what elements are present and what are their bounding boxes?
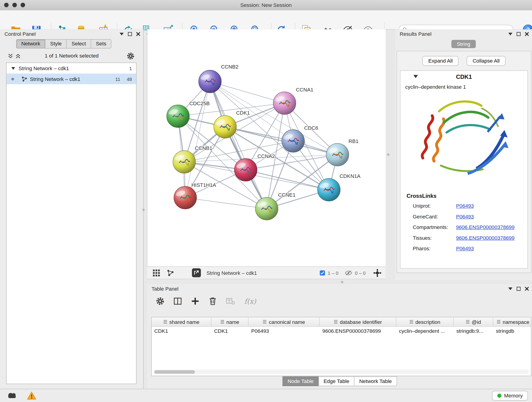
add-column-icon[interactable]	[191, 297, 199, 305]
tab-string[interactable]: String	[451, 40, 476, 48]
gene-card-header[interactable]: CDK1	[400, 71, 528, 83]
column-header[interactable]: @id	[454, 317, 493, 326]
column-header[interactable]: name	[211, 317, 249, 326]
zoom-window-button[interactable]	[21, 3, 25, 7]
panel-maximize-icon[interactable]	[517, 287, 521, 291]
table-settings-gear-icon[interactable]	[156, 297, 164, 305]
table-header-row: shared name name canonical name database…	[152, 317, 531, 327]
column-type-icon	[409, 320, 413, 324]
close-window-button[interactable]	[4, 3, 9, 7]
control-panel-title: Control Panel	[5, 31, 36, 37]
expand-all-icon[interactable]	[16, 54, 20, 58]
hidden-eye-icon[interactable]	[345, 270, 352, 275]
network-canvas[interactable]: CCNB2CCNA1CDC25BCDK1CDC6RB1CCNB1CCNA2CDK…	[147, 29, 386, 267]
tab-select[interactable]: Select	[66, 39, 91, 49]
graph-node-CCNE1[interactable]	[255, 197, 278, 220]
table-horizontal-scrollbar[interactable]	[154, 370, 529, 374]
tab-network[interactable]: Network	[16, 39, 46, 49]
birdseye-view-icon[interactable]	[167, 269, 174, 276]
graph-edge-HIST1H1A-CCNE1[interactable]	[185, 198, 267, 209]
crosslink-link[interactable]: P06493	[456, 214, 474, 220]
graph-edge-CCNB2-HIST1H1A[interactable]	[185, 82, 210, 198]
crosslink-link[interactable]: 9606.ENSP00000378699	[456, 235, 515, 241]
column-header[interactable]: shared name	[152, 317, 211, 326]
graph-node-CDC6[interactable]	[282, 130, 304, 153]
cell-canonical-name[interactable]: P06493	[249, 327, 320, 336]
panel-maximize-icon[interactable]	[517, 32, 521, 36]
table-row[interactable]: CDK1 CDK1 P06493 9606.ENSP00000378699 cy…	[152, 327, 531, 336]
panel-close-icon[interactable]	[525, 287, 529, 291]
warning-icon[interactable]	[27, 391, 36, 400]
crosslink-label: Uniprot:	[413, 203, 431, 209]
tab-sets[interactable]: Sets	[91, 39, 111, 49]
column-header[interactable]: description	[396, 317, 454, 326]
crosslink-link[interactable]: P06493	[456, 245, 474, 251]
column-type-icon	[220, 320, 224, 324]
column-header[interactable]: canonical name	[249, 317, 320, 326]
gear-icon[interactable]	[127, 52, 134, 60]
pan-crosshair-icon[interactable]	[373, 269, 381, 277]
collapse-all-icon[interactable]	[8, 54, 13, 58]
network-collection-row[interactable]: String Network – cdk1 1	[7, 63, 136, 74]
cloud-icon[interactable]	[6, 392, 18, 400]
column-header[interactable]: namespace	[493, 317, 532, 326]
graph-node-CCNB1[interactable]	[173, 151, 196, 173]
network-row-label: String Network – cdk1	[30, 76, 80, 82]
tab-network-table[interactable]: Network Table	[354, 376, 397, 386]
graph-node-CCNB2[interactable]	[199, 70, 221, 93]
column-header[interactable]: database identifier	[320, 317, 396, 326]
network-row[interactable]: String Network – cdk1 11 48	[7, 74, 136, 84]
cell-database-identifier[interactable]: 9606.ENSP00000378699	[320, 327, 396, 336]
graph-node-label: CDC25B	[190, 101, 210, 106]
graph-node-CDC25B[interactable]	[167, 105, 190, 128]
cell-name[interactable]: CDK1	[211, 327, 249, 336]
tab-style[interactable]: Style	[45, 39, 67, 49]
graph-node-CCNA1[interactable]	[273, 92, 296, 115]
delete-column-trash-icon[interactable]	[209, 297, 217, 305]
graph-edge-CCNB2-CCNA1[interactable]	[210, 82, 285, 103]
graph-node-label: CCNE1	[278, 192, 296, 198]
vertical-splitter-handle[interactable]	[387, 153, 389, 156]
string-network-graph[interactable]: CCNB2CCNA1CDC25BCDK1CDC6RB1CCNB1CCNA2CDK…	[147, 29, 386, 267]
horizontal-splitter-handle[interactable]	[341, 281, 343, 283]
vertical-splitter-handle[interactable]	[142, 209, 145, 211]
cell-description[interactable]: cyclin–dependent ...	[396, 327, 454, 336]
node-table[interactable]: shared name name canonical name database…	[151, 317, 531, 376]
collapse-all-button[interactable]: Collapse All	[467, 56, 505, 66]
graph-edge-CDK1-RB1[interactable]	[225, 127, 338, 155]
panel-close-icon[interactable]	[525, 32, 529, 36]
crosslink-link[interactable]: P06493	[456, 203, 474, 209]
graph-node-CDKN1A[interactable]	[317, 179, 340, 201]
tab-edge-table[interactable]: Edge Table	[318, 376, 355, 386]
graph-edge-CCNB2-CCNE1[interactable]	[210, 82, 267, 209]
selected-checkbox-icon[interactable]	[320, 270, 325, 275]
graph-node-label: CCNA1	[296, 87, 313, 93]
memory-button[interactable]: Memory	[492, 391, 528, 401]
network-view-title: String Network – cdk1	[207, 270, 257, 276]
scrollbar-thumb[interactable]	[154, 370, 195, 374]
graph-node-label: CCNB1	[195, 145, 212, 151]
graph-node-HIST1H1A[interactable]	[174, 186, 196, 209]
tree-caret-icon[interactable]	[12, 67, 15, 70]
panel-float-icon[interactable]	[120, 32, 124, 35]
expand-all-button[interactable]: Expand All	[423, 56, 458, 66]
show-columns-icon[interactable]	[174, 297, 182, 305]
function-builder-icon[interactable]: f(x)	[244, 297, 256, 305]
crosslinks-title: CrossLinks	[407, 193, 528, 199]
minimize-window-button[interactable]	[12, 3, 17, 7]
cell-namespace[interactable]: stringdb	[493, 327, 532, 336]
panel-close-icon[interactable]	[136, 32, 140, 36]
graph-node-CCNA2[interactable]	[234, 159, 257, 181]
crosslink-link[interactable]: 9606.ENSP00000378699	[456, 224, 515, 230]
panel-float-icon[interactable]	[508, 287, 513, 290]
graph-node-CDK1[interactable]	[214, 115, 236, 138]
panel-maximize-icon[interactable]	[128, 32, 132, 36]
graph-node-RB1[interactable]	[326, 143, 349, 166]
tab-node-table[interactable]: Node Table	[283, 376, 319, 386]
grid-view-icon[interactable]	[152, 269, 160, 277]
cell-id[interactable]: stringdb:9...	[454, 327, 493, 336]
detach-view-icon[interactable]	[192, 268, 201, 278]
cell-shared-name[interactable]: CDK1	[152, 327, 211, 336]
network-view-toolbar: String Network – cdk1 1 – 0 0 – 0	[147, 267, 386, 279]
panel-float-icon[interactable]	[508, 32, 513, 35]
